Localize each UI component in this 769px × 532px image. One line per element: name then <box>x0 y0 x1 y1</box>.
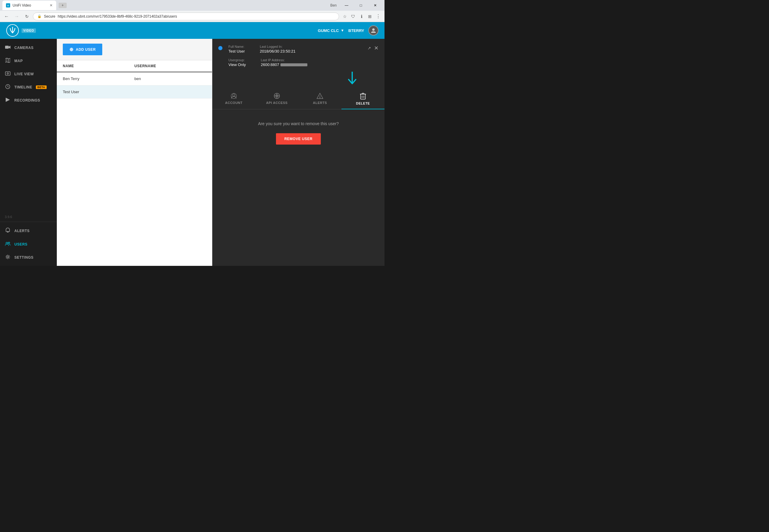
avatar-icon <box>370 27 376 33</box>
tab-delete[interactable]: DELETE <box>341 89 384 109</box>
detail-panel: Full Name: Test User Last Logged In: 201… <box>212 39 384 266</box>
shield-button[interactable]: 🛡 <box>349 13 357 20</box>
maximize-button[interactable]: □ <box>354 0 368 11</box>
users-toolbar: ⊕ ADD USER <box>57 39 212 60</box>
arrow-down-icon <box>347 72 358 88</box>
secure-label: Secure <box>44 14 55 19</box>
user-name-cell: Test User <box>63 90 134 94</box>
usergroup-label: Usergroup: <box>229 58 246 62</box>
api-access-tab-label: API ACCESS <box>266 101 288 105</box>
alerts-icon <box>5 228 11 234</box>
last-logged-in-value: 2018/06/30 23:50:21 <box>260 49 295 53</box>
sidebar-item-map[interactable]: MAP <box>0 54 57 68</box>
user-name-cell: Ben Terry <box>63 76 134 81</box>
browser-actions: ☆ 🛡 ℹ ⊞ ⋮ <box>341 13 382 20</box>
cameras-icon <box>5 45 11 50</box>
users-list-panel: ⊕ ADD USER NAME USERNAME Ben Terry ben T… <box>57 39 212 266</box>
settings-icon <box>5 254 11 260</box>
sidebar: CAMERAS MAP LIVE VIEW TIMELINE BETA <box>0 39 57 266</box>
browser-tab[interactable]: U UniFi Video ✕ <box>2 1 56 10</box>
full-name-field: Full Name: Test User <box>229 45 245 53</box>
col-username-header: USERNAME <box>134 64 206 68</box>
sidebar-item-recordings[interactable]: RECORDINGS <box>0 94 57 107</box>
close-panel-button[interactable]: ✕ <box>374 45 379 51</box>
url-text: https://video.ubnt.com/nvr/179533de-8bf9… <box>58 14 177 19</box>
refresh-button[interactable]: ↻ <box>23 12 31 21</box>
tab-close-icon[interactable]: ✕ <box>50 3 53 7</box>
unifi-logo-icon <box>6 24 19 37</box>
delete-panel: Are you sure you want to remove this use… <box>212 109 384 157</box>
svg-rect-30 <box>361 94 365 99</box>
sidebar-version: 3.9.6 <box>0 212 57 222</box>
sidebar-item-label: ALERTS <box>14 229 30 233</box>
svg-point-16 <box>7 256 9 258</box>
alerts-tab-label: ALERTS <box>313 101 327 105</box>
org-selector[interactable]: GUMC CLC ▼ <box>318 28 344 33</box>
users-table-header: NAME USERNAME <box>57 60 212 72</box>
extension-button[interactable]: ⊞ <box>366 13 374 20</box>
sidebar-item-cameras[interactable]: CAMERAS <box>0 41 57 54</box>
svg-point-14 <box>6 242 8 244</box>
col-name-header: NAME <box>63 64 134 68</box>
account-tab-label: ACCOUNT <box>225 101 243 105</box>
minimize-button[interactable]: — <box>340 0 353 11</box>
last-ip-field: Last IP Address: 2600:8807 <box>261 58 307 67</box>
tab-api-access[interactable]: API ACCESS <box>255 89 298 109</box>
sidebar-item-users[interactable]: USERS <box>0 238 57 251</box>
secure-icon: 🔒 <box>37 14 42 18</box>
sidebar-item-timeline[interactable]: TIMELINE BETA <box>0 80 57 94</box>
add-user-label: ADD USER <box>76 47 96 52</box>
back-button[interactable]: ← <box>2 12 11 21</box>
svg-line-11 <box>8 87 9 87</box>
tab-alerts[interactable]: ALERTS <box>298 89 341 109</box>
logo-text: VIDEO <box>22 28 36 33</box>
user-row[interactable]: Ben Terry ben <box>57 72 212 85</box>
address-bar[interactable]: 🔒 Secure https://video.ubnt.com/nvr/1795… <box>33 13 339 20</box>
svg-point-29 <box>320 97 320 98</box>
svg-point-1 <box>372 28 375 31</box>
svg-rect-2 <box>5 46 9 49</box>
add-user-button[interactable]: ⊕ ADD USER <box>63 44 102 55</box>
detail-info-row2: Usergroup: View Only Last IP Address: 26… <box>212 58 384 72</box>
avatar[interactable] <box>368 25 379 36</box>
logo: VIDEO <box>6 24 36 37</box>
expand-button[interactable]: ↗ <box>367 46 371 50</box>
alerts-tab-icon <box>317 93 323 99</box>
username-label: BTERRY <box>348 28 364 33</box>
tab-favicon: U <box>6 3 10 7</box>
remove-user-button[interactable]: REMOVE USER <box>276 133 321 145</box>
sidebar-item-label: RECORDINGS <box>14 98 40 102</box>
sidebar-item-label: TIMELINE <box>14 85 32 89</box>
detail-window-controls: ↗ ✕ <box>367 45 379 51</box>
svg-point-8 <box>7 73 9 74</box>
new-tab-button[interactable]: + <box>59 3 67 8</box>
main-content: ⊕ ADD USER NAME USERNAME Ben Terry ben T… <box>57 39 384 266</box>
svg-point-18 <box>233 94 235 96</box>
sidebar-item-label: SETTINGS <box>14 255 33 260</box>
sidebar-item-label: USERS <box>14 242 27 246</box>
sidebar-item-label: LIVE VIEW <box>14 72 34 76</box>
close-button[interactable]: ✕ <box>368 0 382 11</box>
account-tab-icon <box>231 93 237 99</box>
sidebar-nav: CAMERAS MAP LIVE VIEW TIMELINE BETA <box>0 41 57 212</box>
user-row[interactable]: Test User <box>57 85 212 99</box>
usergroup-value: View Only <box>229 62 246 67</box>
bookmark-button[interactable]: ☆ <box>341 13 349 20</box>
last-logged-in-label: Last Logged In: <box>260 45 295 48</box>
info-button[interactable]: ℹ <box>358 13 365 20</box>
forward-button[interactable]: → <box>13 12 21 21</box>
map-icon <box>5 58 11 64</box>
sidebar-item-settings[interactable]: SETTINGS <box>0 251 57 264</box>
browser-titlebar: U UniFi Video ✕ + Ben — □ ✕ <box>0 0 384 11</box>
tab-account[interactable]: ACCOUNT <box>212 89 255 109</box>
user-username-cell: ben <box>134 76 206 81</box>
svg-marker-12 <box>6 98 10 102</box>
users-icon <box>5 242 11 247</box>
last-ip-label: Last IP Address: <box>261 58 307 62</box>
menu-button[interactable]: ⋮ <box>374 13 382 20</box>
detail-header: Full Name: Test User Last Logged In: 201… <box>212 39 384 58</box>
sidebar-item-liveview[interactable]: LIVE VIEW <box>0 68 57 80</box>
full-name-label: Full Name: <box>229 45 245 48</box>
sidebar-item-alerts[interactable]: ALERTS <box>0 224 57 238</box>
status-dot <box>218 46 223 50</box>
